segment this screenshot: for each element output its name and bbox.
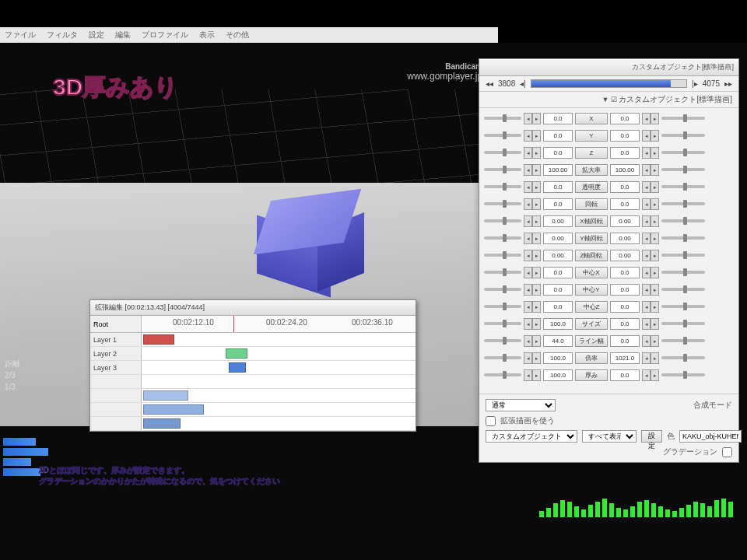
stepper-right[interactable]: ◂▸ bbox=[642, 198, 659, 210]
layer-track[interactable] bbox=[142, 417, 416, 430]
seek-bar[interactable] bbox=[531, 79, 687, 88]
slider-right[interactable] bbox=[661, 202, 705, 205]
layer-track[interactable] bbox=[142, 375, 416, 388]
param-name-button[interactable]: Y bbox=[575, 130, 608, 142]
stepper-right[interactable]: ◂▸ bbox=[642, 284, 659, 296]
value-right[interactable]: 0.00 bbox=[610, 215, 640, 227]
slider-left[interactable] bbox=[484, 236, 521, 240]
value-left[interactable]: 0.0 bbox=[543, 181, 573, 193]
value-right[interactable]: 0.0 bbox=[610, 318, 640, 330]
playhead[interactable] bbox=[233, 316, 234, 332]
value-left[interactable]: 100.0 bbox=[543, 369, 573, 381]
stepper-left[interactable]: ◂▸ bbox=[524, 335, 541, 347]
param-name-button[interactable]: Z軸回転 bbox=[575, 250, 608, 261]
slider-left[interactable] bbox=[484, 339, 521, 342]
stepper-right[interactable]: ◂▸ bbox=[642, 113, 659, 124]
slider-right[interactable] bbox=[661, 339, 705, 342]
properties-titlebar[interactable]: カスタムオブジェクト[標準描画] bbox=[479, 59, 738, 76]
slider-left[interactable] bbox=[484, 185, 521, 188]
slider-right[interactable] bbox=[661, 305, 705, 308]
timeline-row[interactable] bbox=[90, 389, 416, 403]
param-name-button[interactable]: Z bbox=[575, 147, 608, 159]
value-left[interactable]: 0.0 bbox=[543, 198, 573, 210]
value-right[interactable]: 1021.0 bbox=[610, 352, 640, 364]
param-name-button[interactable]: 厚み bbox=[575, 369, 608, 381]
value-right[interactable]: 0.0 bbox=[610, 369, 640, 381]
timeline-row[interactable] bbox=[90, 417, 416, 431]
prev-frame-icon[interactable]: ◂◂ bbox=[486, 79, 493, 88]
stepper-left[interactable]: ◂▸ bbox=[524, 164, 541, 176]
param-name-button[interactable]: 中心X bbox=[575, 267, 608, 278]
value-right[interactable]: 0.0 bbox=[610, 267, 640, 278]
layer-label[interactable] bbox=[90, 417, 142, 430]
stepper-left[interactable]: ◂▸ bbox=[524, 233, 541, 244]
value-left[interactable]: 0.0 bbox=[543, 267, 573, 278]
menu-item[interactable]: 表示 bbox=[199, 30, 215, 40]
timeline-row[interactable]: Layer 1 bbox=[90, 333, 416, 347]
clip[interactable] bbox=[143, 404, 204, 415]
slider-left[interactable] bbox=[484, 168, 521, 171]
value-right[interactable]: 0.0 bbox=[610, 284, 640, 296]
layer-track[interactable] bbox=[142, 361, 416, 374]
stepper-right[interactable]: ◂▸ bbox=[642, 147, 659, 159]
layer-label[interactable] bbox=[90, 389, 142, 402]
blend-mode-select[interactable]: 通常 bbox=[486, 399, 556, 411]
slider-right[interactable] bbox=[661, 288, 705, 291]
param-name-button[interactable]: ライン幅 bbox=[575, 335, 608, 347]
slider-left[interactable] bbox=[484, 305, 521, 308]
layer-track[interactable] bbox=[142, 333, 416, 346]
value-right[interactable]: 0.0 bbox=[610, 301, 640, 313]
value-left[interactable]: 0.0 bbox=[543, 284, 573, 296]
stepper-right[interactable]: ◂▸ bbox=[642, 130, 659, 142]
param-name-button[interactable]: X bbox=[575, 113, 608, 124]
slider-right[interactable] bbox=[661, 219, 705, 222]
value-left[interactable]: 100.00 bbox=[543, 164, 573, 176]
stepper-right[interactable]: ◂▸ bbox=[642, 215, 659, 227]
value-right[interactable]: 100.00 bbox=[610, 164, 640, 176]
stepper-right[interactable]: ◂▸ bbox=[642, 164, 659, 176]
param-name-button[interactable]: X軸回転 bbox=[575, 215, 608, 227]
timeline-root[interactable]: Root bbox=[90, 316, 142, 332]
layer-label[interactable] bbox=[90, 375, 142, 388]
value-right[interactable]: 0.0 bbox=[610, 147, 640, 159]
value-right[interactable]: 0.00 bbox=[610, 250, 640, 261]
stepper-left[interactable]: ◂▸ bbox=[524, 113, 541, 124]
timeline-row[interactable] bbox=[90, 375, 416, 389]
step-back-icon[interactable]: ◂| bbox=[520, 79, 526, 88]
slider-left[interactable] bbox=[484, 271, 521, 274]
layer-track[interactable] bbox=[142, 403, 416, 416]
slider-right[interactable] bbox=[661, 373, 705, 376]
next-frame-icon[interactable]: ▸▸ bbox=[724, 79, 732, 88]
value-left[interactable]: 100.0 bbox=[543, 318, 573, 330]
value-left[interactable]: 0.0 bbox=[543, 113, 573, 124]
stepper-right[interactable]: ◂▸ bbox=[642, 318, 659, 330]
stepper-left[interactable]: ◂▸ bbox=[524, 198, 541, 210]
slider-left[interactable] bbox=[484, 288, 521, 291]
figure-type-select[interactable]: カスタムオブジェクト bbox=[486, 430, 577, 443]
stepper-left[interactable]: ◂▸ bbox=[524, 284, 541, 296]
ext-render-checkbox[interactable] bbox=[486, 416, 496, 426]
stepper-left[interactable]: ◂▸ bbox=[524, 130, 541, 142]
value-left[interactable]: 0.0 bbox=[543, 301, 573, 313]
value-right[interactable]: 0.00 bbox=[610, 233, 640, 244]
stepper-left[interactable]: ◂▸ bbox=[524, 181, 541, 193]
value-left[interactable]: 0.0 bbox=[543, 147, 573, 159]
slider-left[interactable] bbox=[484, 219, 521, 222]
clip[interactable] bbox=[143, 334, 174, 345]
app-menubar[interactable]: ファイル フィルタ 設定 編集 プロファイル 表示 その他 bbox=[0, 27, 498, 43]
param-name-button[interactable]: Y軸回転 bbox=[575, 233, 608, 244]
clip[interactable] bbox=[143, 418, 181, 429]
menu-item[interactable]: フィルタ bbox=[47, 30, 78, 40]
slider-right[interactable] bbox=[661, 236, 705, 240]
slider-left[interactable] bbox=[484, 356, 521, 359]
value-right[interactable]: 0.0 bbox=[610, 198, 640, 210]
settings-button[interactable]: 設定 bbox=[641, 430, 662, 443]
stepper-right[interactable]: ◂▸ bbox=[642, 181, 659, 193]
stepper-left[interactable]: ◂▸ bbox=[524, 267, 541, 278]
value-left[interactable]: 0.00 bbox=[543, 250, 573, 261]
value-right[interactable]: 0.0 bbox=[610, 130, 640, 142]
menu-item[interactable]: プロファイル bbox=[142, 30, 188, 40]
value-left[interactable]: 0.0 bbox=[543, 130, 573, 142]
slider-left[interactable] bbox=[484, 151, 521, 154]
timeline-row[interactable]: Layer 2 bbox=[90, 347, 416, 361]
